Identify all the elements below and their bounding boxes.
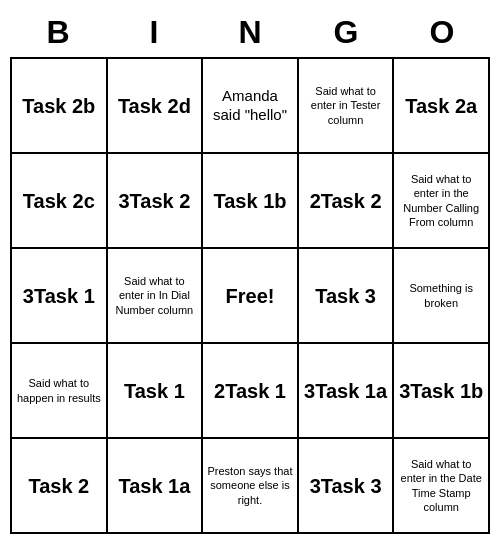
- cell-text-4-0: Task 2: [28, 474, 89, 498]
- cell-2-1: Said what to enter in In Dial Number col…: [108, 249, 204, 344]
- cell-0-0: Task 2b: [12, 59, 108, 154]
- cell-3-3: 3Task 1a: [299, 344, 395, 439]
- cell-text-3-0: Said what to happen in results: [16, 376, 102, 405]
- cell-text-4-1: Task 1a: [118, 474, 190, 498]
- cell-text-1-3: 2Task 2: [310, 189, 382, 213]
- bingo-header-letter: G: [298, 10, 394, 55]
- cell-1-2: Task 1b: [203, 154, 299, 249]
- cell-2-4: Something is broken: [394, 249, 490, 344]
- cell-text-4-4: Said what to enter in the Date Time Stam…: [398, 457, 484, 514]
- bingo-header-letter: I: [106, 10, 202, 55]
- cell-0-4: Task 2a: [394, 59, 490, 154]
- cell-text-0-4: Task 2a: [405, 94, 477, 118]
- cell-text-0-3: Said what to enter in Tester column: [303, 84, 389, 127]
- cell-text-1-2: Task 1b: [213, 189, 286, 213]
- bingo-header: BINGO: [10, 10, 490, 55]
- cell-text-0-1: Task 2d: [118, 94, 191, 118]
- cell-3-1: Task 1: [108, 344, 204, 439]
- cell-text-4-3: 3Task 3: [310, 474, 382, 498]
- bingo-header-letter: N: [202, 10, 298, 55]
- cell-0-3: Said what to enter in Tester column: [299, 59, 395, 154]
- cell-4-0: Task 2: [12, 439, 108, 534]
- cell-0-1: Task 2d: [108, 59, 204, 154]
- cell-1-3: 2Task 2: [299, 154, 395, 249]
- cell-text-1-0: Task 2c: [23, 189, 95, 213]
- cell-2-2: Free!: [203, 249, 299, 344]
- cell-text-4-2: Preston says that someone else is right.: [207, 464, 293, 507]
- cell-text-3-2: 2Task 1: [214, 379, 286, 403]
- cell-text-3-4: 3Task 1b: [399, 379, 483, 403]
- bingo-header-letter: O: [394, 10, 490, 55]
- cell-text-2-0: 3Task 1: [23, 284, 95, 308]
- cell-2-3: Task 3: [299, 249, 395, 344]
- cell-3-4: 3Task 1b: [394, 344, 490, 439]
- cell-text-1-1: 3Task 2: [118, 189, 190, 213]
- cell-text-2-1: Said what to enter in In Dial Number col…: [112, 274, 198, 317]
- cell-text-3-3: 3Task 1a: [304, 379, 387, 403]
- cell-3-0: Said what to happen in results: [12, 344, 108, 439]
- cell-text-2-3: Task 3: [315, 284, 376, 308]
- cell-4-2: Preston says that someone else is right.: [203, 439, 299, 534]
- bingo-header-letter: B: [10, 10, 106, 55]
- cell-1-1: 3Task 2: [108, 154, 204, 249]
- cell-text-2-4: Something is broken: [398, 281, 484, 310]
- cell-1-4: Said what to enter in the Number Calling…: [394, 154, 490, 249]
- cell-3-2: 2Task 1: [203, 344, 299, 439]
- bingo-grid: Task 2bTask 2dAmanda said "hello"Said wh…: [10, 57, 490, 534]
- cell-4-1: Task 1a: [108, 439, 204, 534]
- cell-text-3-1: Task 1: [124, 379, 185, 403]
- cell-2-0: 3Task 1: [12, 249, 108, 344]
- cell-text-2-2: Free!: [226, 284, 275, 308]
- cell-4-3: 3Task 3: [299, 439, 395, 534]
- cell-text-0-2: Amanda said "hello": [207, 87, 293, 125]
- cell-text-0-0: Task 2b: [22, 94, 95, 118]
- cell-4-4: Said what to enter in the Date Time Stam…: [394, 439, 490, 534]
- cell-0-2: Amanda said "hello": [203, 59, 299, 154]
- cell-text-1-4: Said what to enter in the Number Calling…: [398, 172, 484, 229]
- cell-1-0: Task 2c: [12, 154, 108, 249]
